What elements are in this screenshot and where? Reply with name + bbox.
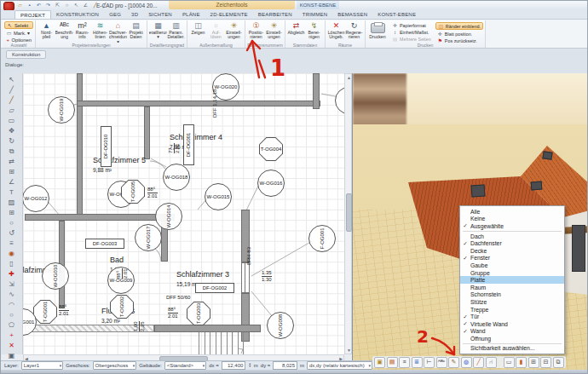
löschen-ungeb-button[interactable]: ✕Löschen Ungeb. [327,21,345,43]
plus-icon[interactable]: + [6,331,17,341]
menu-item-platte[interactable]: Platte [460,276,564,284]
param-detailier-button[interactable]: ▥Param. Detailier. [167,21,185,43]
lines-dark-icon[interactable]: ≡ [399,357,410,368]
tab-bemassen[interactable]: BEMASSEN [332,10,372,19]
papierformat-checkbox[interactable]: ✛Papierformat [390,22,433,28]
mark-button[interactable]: ▭Mark. ▾ [4,30,33,36]
text-icon[interactable]: T [6,187,17,198]
redo-icon[interactable]: ↷ [44,2,52,9]
menu-item-dach[interactable]: Dach [460,233,564,240]
tab-3d[interactable]: 3D [126,10,143,19]
menu-item-fenster[interactable]: ✓Fenster [460,255,564,262]
layers-icon[interactable]: ≡ [6,239,17,249]
menu-item-keine[interactable]: Keine [460,216,564,223]
menu-item-decke[interactable]: Decke [460,247,564,255]
polygon-icon[interactable]: ⬠ [6,320,17,331]
window-orange-icon[interactable]: ▮ [516,357,527,368]
sheet-orange-icon[interactable]: ▤ [387,357,398,368]
window-icon[interactable]: ▭ [504,357,515,368]
layer-combo[interactable]: Layer1 [21,361,64,370]
hatch-icon[interactable]: ▨ [6,198,17,208]
menu-item-tür[interactable]: ✓Tür [460,313,564,320]
dachver-schneidung-button[interactable]: ⌂Dachver-schneidung ▾ [109,21,127,43]
menu-item-öffnung[interactable]: Öffnung [460,335,564,342]
loupe-icon[interactable]: ○ [6,218,17,228]
tab-sichten[interactable]: SICHTEN [143,10,177,19]
dialog-window-icon[interactable]: ▭ [6,116,17,126]
grid-2x2-icon[interactable]: ⊞ [528,357,539,368]
positio-nieren-button[interactable]: ①Positio-nieren [247,21,265,43]
regene-rieren-button[interactable]: ↻Regene-rieren [345,21,363,43]
detaillierung-button[interactable]: ▦Detaillierung ▾ [149,21,167,43]
visibility-wand-icon[interactable]: ╱ [473,357,484,368]
menu-item-schornstein[interactable]: Schornstein [460,291,564,299]
curve-icon[interactable]: ◠ [6,300,17,310]
coordinate-mode-combo[interactable]: dx,dy (relativ kartesisch) [307,361,372,370]
eraser-icon[interactable]: ▱ [6,106,17,116]
lines-blue-icon[interactable]: ≣ [412,357,423,368]
selekt-button[interactable]: ↖Selekt [4,21,33,29]
raum-info-button[interactable]: m²Raum-info [73,21,91,43]
dx-input[interactable]: 12,400 [222,361,246,370]
copy-icon[interactable]: ⧉ [6,147,17,157]
gebaeude-combo[interactable]: <Standard> [164,361,207,370]
pen-icon[interactable]: ╱ [6,95,17,106]
scroll-down-icon[interactable]: ▼ [347,348,351,353]
tab-pläne[interactable]: PLÄNE [177,10,205,19]
abc-icon[interactable]: ᴬᴮᶜ [436,357,447,368]
delete-x-icon[interactable]: ✕ [6,341,17,351]
text-101-icon[interactable]: ⑁ [486,357,497,368]
menu-item-dachfenster[interactable]: ✓Dachfenster [460,239,564,247]
menu-item-stütze[interactable]: Stütze [460,298,564,306]
grid-icon[interactable]: ⊞ [6,208,17,218]
menu-item-raum[interactable]: Raum [460,284,564,291]
dx-spinner[interactable]: ▲▼ [248,363,251,369]
drucken-button[interactable]: Drucken [367,21,388,43]
select-icon[interactable]: ↖ [72,2,80,9]
vertical-scroll-thumb[interactable] [346,193,352,232]
panel-tab-konstruktion[interactable]: Konstruktion [6,50,46,59]
projekt-daten-button[interactable]: ▤Projekt Daten [127,21,145,43]
shield-icon[interactable]: ◉ [6,249,17,259]
tab-konst-ebene[interactable]: KONST-EBENE [372,10,421,19]
tab-konstruktion[interactable]: KONSTRUKTION [51,10,104,19]
scale-icon[interactable]: ⇲ [6,279,17,290]
mehrere-seiten-checkbox[interactable]: ▤Mehrere Seiten [390,36,433,42]
move-icon[interactable]: ✥ [6,126,17,136]
ränder-einblend-button[interactable]: ◫Ränder einblend. [435,22,483,30]
geschoss-combo[interactable]: Obergeschoss [93,361,137,370]
trash-icon[interactable]: ▯ [6,259,17,269]
refresh-icon[interactable]: ↺ [6,228,17,239]
measure-icon[interactable]: ∠ [6,177,17,187]
select-arrow-icon[interactable]: ↖ [6,75,17,85]
layer-box-icon[interactable]: ▣ [374,357,385,368]
grid-3x3-icon[interactable]: ⊟ [540,357,551,368]
menu-item-ausgewählte[interactable]: ✓Ausgewählte [460,222,564,230]
abgleich-button[interactable]: ⇄Abgleich [287,21,305,43]
einstell-ungen-button[interactable]: ✳Einstell-ungen [265,21,283,43]
mirror-icon[interactable]: ⇄ [6,157,17,167]
zeigen-button[interactable]: ◫Zeigen [189,21,207,43]
menu-item-wand[interactable]: ✓Wand [460,328,564,336]
freehand-icon[interactable]: ∿ [6,290,17,300]
view-3d[interactable]: AlleKeine✓AusgewählteDach✓DachfensterDec… [352,73,588,370]
menu-item-gaube[interactable]: Gaube [460,262,564,269]
tab-projekt[interactable]: PROJEKT [14,10,51,19]
dim-text-icon[interactable]: ⊢ [424,357,435,368]
edit-pencil-icon[interactable]: ✎ [448,357,459,368]
blatt-position-button[interactable]: ✛Blatt position. [435,31,483,37]
undo-icon[interactable]: ↶ [35,2,43,9]
globe-icon[interactable]: ◍ [461,357,472,368]
open-icon[interactable]: ▱ [16,2,24,9]
plan-view-2d[interactable]: Schlafzimmer 47,96 m²Schlafzimmer 59,88 … [23,73,344,354]
menu-item-sichtbarkeit-auswählen[interactable]: Sichtbarkeit auswählen... [460,345,564,353]
auf-lösen-button[interactable]: ⌗Auf-lösen [207,21,225,43]
vertical-scrollbar[interactable]: ▲ ▼ [344,73,352,354]
tab-bearbeiten[interactable]: BEARBEITEN [253,10,297,19]
menu-item-virtuelle-wand[interactable]: ✓Virtuelle Wand [460,320,564,328]
berei-nigen-button[interactable]: ↯Berei-nigen [305,21,323,43]
save-icon[interactable]: ▪ [26,2,33,9]
zoom-icon[interactable]: ○ [63,2,71,9]
optionen-button[interactable]: +Optionen [4,37,33,43]
einstell-ungen-button[interactable]: ✳Einstell-ungen [225,21,243,43]
